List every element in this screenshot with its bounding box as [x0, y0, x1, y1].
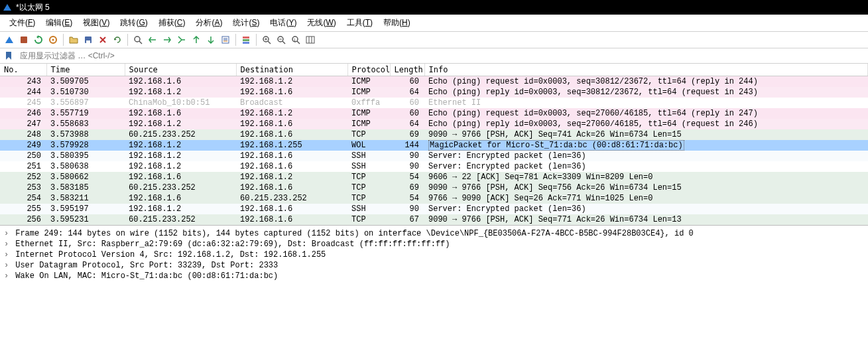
start-capture-button[interactable]	[3, 33, 16, 46]
packet-row[interactable]: 2533.58318560.215.233.252192.168.1.6TCP6…	[0, 182, 868, 193]
detail-tree-item[interactable]: › Internet Protocol Version 4, Src: 192.…	[0, 250, 868, 260]
packet-row[interactable]: 2493.579928192.168.1.2192.168.1.255WOL14…	[0, 140, 868, 151]
packet-details-pane[interactable]: › Frame 249: 144 bytes on wire (1152 bit…	[0, 225, 868, 321]
packet-row[interactable]: 2513.580638192.168.1.2192.168.1.6SSH90Se…	[0, 161, 868, 172]
menu-item[interactable]: 视图(V)	[78, 16, 115, 30]
svg-rect-0	[21, 36, 27, 43]
menu-item[interactable]: 无线(W)	[302, 16, 341, 30]
column-header[interactable]: Destination	[236, 64, 347, 76]
title-bar: *以太网 5	[0, 0, 868, 15]
menu-item[interactable]: 编辑(E)	[40, 16, 78, 30]
column-header[interactable]: Source	[125, 64, 236, 76]
save-file-button[interactable]	[82, 33, 95, 46]
display-filter-bar	[0, 48, 868, 64]
display-filter-input[interactable]	[17, 49, 868, 62]
window-title: *以太网 5	[16, 2, 50, 13]
menu-item[interactable]: 帮助(H)	[378, 16, 416, 30]
column-header[interactable]: Length	[390, 64, 424, 76]
zoom-out-button[interactable]	[275, 33, 288, 46]
go-last-button[interactable]	[204, 33, 217, 46]
column-header[interactable]: Info	[424, 64, 868, 76]
go-first-button[interactable]	[190, 33, 203, 46]
packet-list-pane[interactable]: No.TimeSourceDestinationProtocolLengthIn…	[0, 64, 868, 225]
svg-text:1: 1	[294, 38, 296, 42]
column-header[interactable]: No.	[0, 64, 46, 76]
app-icon	[3, 3, 12, 12]
resize-columns-button[interactable]	[304, 33, 317, 46]
zoom-reset-button[interactable]: 1	[289, 33, 302, 46]
go-forward-button[interactable]	[160, 33, 174, 46]
packet-row[interactable]: 2473.558683192.168.1.2192.168.1.6ICMP64E…	[0, 119, 868, 129]
open-file-button[interactable]	[67, 33, 80, 46]
packet-row[interactable]: 2543.583211192.168.1.660.215.233.252TCP5…	[0, 193, 868, 204]
menu-item[interactable]: 捕获(C)	[153, 16, 191, 30]
svg-rect-4	[86, 40, 90, 43]
column-header[interactable]: Time	[46, 64, 125, 76]
menu-item[interactable]: 分析(A)	[190, 16, 227, 30]
go-to-packet-button[interactable]	[175, 33, 188, 46]
packet-row[interactable]: 2483.57398860.215.233.252192.168.1.6TCP6…	[0, 129, 868, 140]
menu-item[interactable]: 电话(Y)	[265, 16, 302, 30]
colorize-button[interactable]	[239, 33, 253, 46]
packet-row[interactable]: 2443.510730192.168.1.2192.168.1.6ICMP64E…	[0, 87, 868, 98]
reload-button[interactable]	[111, 33, 124, 46]
svg-rect-24	[306, 36, 314, 43]
menu-item[interactable]: 跳转(G)	[115, 16, 153, 30]
packet-row[interactable]: 2433.509705192.168.1.6192.168.1.2ICMP60E…	[0, 76, 868, 88]
restart-capture-button[interactable]	[32, 33, 45, 46]
stop-capture-button[interactable]	[17, 33, 31, 46]
column-header[interactable]: Protocol	[347, 64, 390, 76]
svg-line-19	[282, 41, 285, 44]
svg-line-15	[268, 41, 271, 44]
svg-point-5	[135, 36, 140, 42]
svg-point-2	[52, 39, 54, 41]
packet-row[interactable]: 2553.595197192.168.1.2192.168.1.6SSH90Se…	[0, 204, 868, 214]
menu-item[interactable]: 统计(S)	[227, 16, 265, 30]
svg-rect-13	[243, 42, 249, 44]
svg-line-22	[297, 41, 300, 44]
find-packet-button[interactable]	[131, 33, 145, 46]
svg-line-6	[139, 41, 142, 44]
menu-item[interactable]: 工具(T)	[341, 16, 378, 30]
zoom-in-button[interactable]	[260, 33, 273, 46]
svg-rect-11	[243, 36, 249, 38]
detail-tree-item[interactable]: › Ethernet II, Src: Raspberr_a2:79:69 (d…	[0, 239, 868, 250]
close-file-button[interactable]	[96, 33, 109, 46]
go-back-button[interactable]	[146, 33, 159, 46]
packet-row[interactable]: 2453.556897ChinaMob_10:b0:51Broadcast0xf…	[0, 98, 868, 108]
packet-row[interactable]: 2523.580662192.168.1.6192.168.1.2TCP5496…	[0, 172, 868, 182]
menu-bar: 文件(F)编辑(E)视图(V)跳转(G)捕获(C)分析(A)统计(S)电话(Y)…	[0, 15, 868, 32]
capture-options-button[interactable]	[46, 33, 60, 46]
svg-rect-12	[243, 39, 249, 41]
bookmark-filter-icon[interactable]	[3, 50, 15, 62]
auto-scroll-button[interactable]	[219, 33, 232, 46]
menu-item[interactable]: 文件(F)	[4, 16, 40, 30]
detail-tree-item[interactable]: › Wake On LAN, MAC: Micro-St_71:da:bc (0…	[0, 271, 868, 281]
packet-row[interactable]: 2503.580395192.168.1.2192.168.1.6SSH90Se…	[0, 151, 868, 161]
main-toolbar: 1	[0, 32, 868, 48]
packet-row[interactable]: 2563.59523160.215.233.252192.168.1.6TCP6…	[0, 214, 868, 225]
packet-row[interactable]: 2463.557719192.168.1.6192.168.1.2ICMP60E…	[0, 108, 868, 119]
detail-tree-item[interactable]: › Frame 249: 144 bytes on wire (1152 bit…	[0, 228, 868, 239]
detail-tree-item[interactable]: › User Datagram Protocol, Src Port: 3323…	[0, 260, 868, 271]
